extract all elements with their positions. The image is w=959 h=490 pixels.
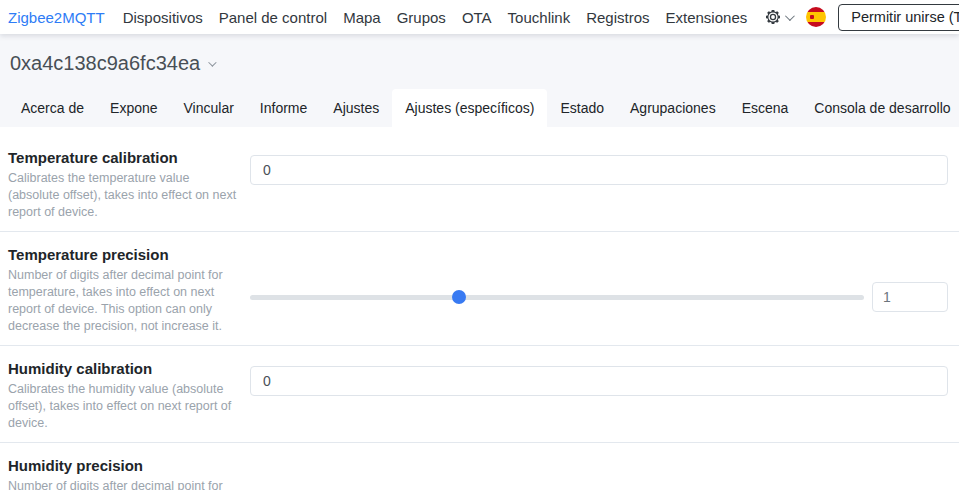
setting-description: Number of digits after decimal point for… — [8, 478, 244, 490]
permit-join-group: Permitir unirse (Todos) — [838, 4, 959, 31]
setting-description: Calibrates the temperature value (absolu… — [8, 170, 244, 221]
nav-item-groups[interactable]: Grupos — [389, 9, 454, 26]
temperature-precision-input[interactable] — [872, 282, 948, 312]
tab-clusters[interactable]: Agrupaciones — [617, 89, 729, 127]
tab-settings[interactable]: Ajustes — [320, 89, 392, 127]
humidity-calibration-input[interactable] — [250, 366, 948, 396]
setting-row-temperature-precision: Temperature precision Number of digits a… — [0, 232, 959, 346]
setting-control — [250, 359, 948, 432]
setting-info: Humidity calibration Calibrates the humi… — [8, 359, 250, 432]
tab-scene[interactable]: Escena — [729, 89, 802, 127]
nav-item-devices[interactable]: Dispositivos — [115, 9, 211, 26]
spain-flag-icon[interactable] — [806, 7, 826, 27]
device-title-row: 0xa4c138c9a6fc34ea — [0, 52, 959, 75]
page-title: 0xa4c138c9a6fc34ea — [10, 52, 200, 75]
permit-join-button[interactable]: Permitir unirse (Todos) — [838, 4, 959, 31]
setting-description: Calibrates the humidity value (absolute … — [8, 381, 244, 432]
setting-row-temperature-calibration: Temperature calibration Calibrates the t… — [0, 135, 959, 232]
brand-link[interactable]: Zigbee2MQTT — [8, 9, 105, 26]
chevron-down-icon[interactable] — [208, 58, 216, 66]
tab-bind[interactable]: Vincular — [171, 89, 247, 127]
tab-settings-specific[interactable]: Ajustes (específicos) — [392, 89, 547, 127]
nav-item-dashboard[interactable]: Panel de control — [211, 9, 335, 26]
settings-dropdown[interactable] — [755, 9, 798, 25]
setting-title: Humidity calibration — [8, 359, 250, 378]
tab-dev-console[interactable]: Consola de desarrollo — [801, 89, 959, 127]
temperature-precision-slider[interactable] — [250, 289, 864, 305]
tab-state[interactable]: Estado — [547, 89, 617, 127]
setting-description: Number of digits after decimal point for… — [8, 267, 244, 335]
zigbee2mqtt-app: Zigbee2MQTT Dispositivos Panel de contro… — [0, 0, 959, 490]
setting-row-humidity-precision: Humidity precision Number of digits afte… — [0, 443, 959, 490]
nav-item-logs[interactable]: Registros — [578, 9, 657, 26]
nav-item-extensions[interactable]: Extensiones — [658, 9, 756, 26]
device-settings-panel: Temperature calibration Calibrates the t… — [0, 127, 959, 490]
setting-title: Temperature precision — [8, 245, 250, 264]
nav-item-touchlink[interactable]: Touchlink — [500, 9, 579, 26]
device-tabs: Acerca de Expone Vincular Informe Ajuste… — [0, 89, 959, 127]
setting-control — [250, 148, 948, 221]
tab-reporting[interactable]: Informe — [247, 89, 320, 127]
tab-exposes[interactable]: Expone — [97, 89, 170, 127]
nav-item-ota[interactable]: OTA — [454, 9, 500, 26]
top-navbar: Zigbee2MQTT Dispositivos Panel de contro… — [0, 0, 959, 34]
nav-item-map[interactable]: Mapa — [335, 9, 389, 26]
setting-row-humidity-calibration: Humidity calibration Calibrates the humi… — [0, 346, 959, 443]
slider-handle[interactable] — [452, 290, 466, 304]
setting-info: Humidity precision Number of digits afte… — [8, 456, 250, 490]
setting-info: Temperature calibration Calibrates the t… — [8, 148, 250, 221]
device-header: 0xa4c138c9a6fc34ea Acerca de Expone Vinc… — [0, 34, 959, 127]
tab-about[interactable]: Acerca de — [8, 89, 97, 127]
gear-icon — [765, 9, 781, 25]
temperature-calibration-input[interactable] — [250, 155, 948, 185]
setting-info: Temperature precision Number of digits a… — [8, 245, 250, 335]
setting-control — [250, 456, 948, 490]
slider-track — [250, 295, 864, 300]
chevron-down-icon — [785, 11, 795, 21]
setting-control — [250, 245, 948, 335]
setting-title: Humidity precision — [8, 456, 250, 475]
setting-title: Temperature calibration — [8, 148, 250, 167]
